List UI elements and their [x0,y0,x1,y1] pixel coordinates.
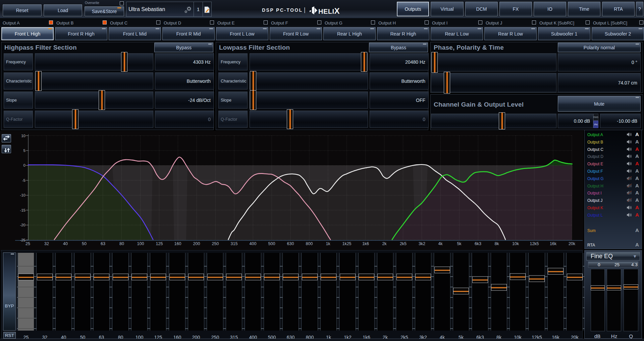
svg-text:1k25: 1k25 [342,241,351,246]
svg-text:16k: 16k [550,241,557,246]
svg-text:20k: 20k [569,241,576,246]
svg-text:40: 40 [63,241,68,246]
svg-text:-10: -10 [20,193,25,197]
svg-text:25: 25 [25,241,30,246]
svg-text:-15: -15 [20,208,25,212]
svg-text:500: 500 [268,241,275,246]
svg-text:1k6: 1k6 [362,241,369,246]
svg-text:2k: 2k [382,241,387,246]
svg-text:1k: 1k [326,241,330,246]
svg-text:32: 32 [44,241,49,246]
svg-text:0: 0 [23,163,25,167]
svg-text:63: 63 [101,241,105,246]
svg-text:160: 160 [174,241,181,246]
svg-text:5: 5 [23,149,25,153]
svg-text:250: 250 [212,241,219,246]
svg-text:12k5: 12k5 [530,241,539,246]
svg-text:3k2: 3k2 [419,241,425,246]
svg-text:4k: 4k [438,241,443,246]
svg-text:800: 800 [306,241,313,246]
svg-text:80: 80 [119,241,124,246]
svg-text:200: 200 [193,241,200,246]
svg-text:10: 10 [21,134,25,138]
svg-text:630: 630 [287,241,294,246]
svg-text:125: 125 [156,241,163,246]
svg-text:50: 50 [82,241,87,246]
svg-text:10k: 10k [512,241,519,246]
svg-text:8k: 8k [494,241,499,246]
svg-text:6k3: 6k3 [475,241,481,246]
svg-text:100: 100 [137,241,144,246]
svg-text:-20: -20 [20,223,25,227]
svg-text:-5: -5 [22,178,25,182]
svg-text:5k: 5k [457,241,462,246]
svg-text:400: 400 [250,241,257,246]
svg-text:315: 315 [231,241,238,246]
svg-text:-25: -25 [20,238,25,242]
svg-text:2k5: 2k5 [400,241,407,246]
